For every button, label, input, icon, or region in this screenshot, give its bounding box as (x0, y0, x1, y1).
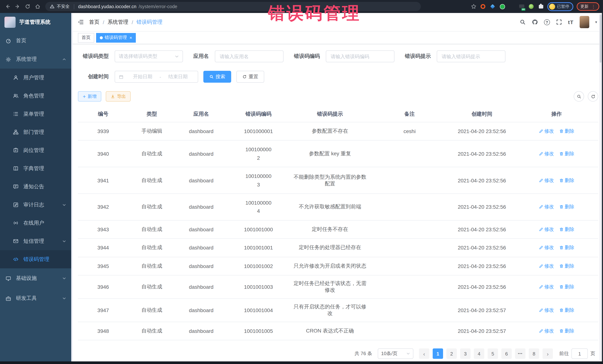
browser-update-button[interactable]: 更新 ⋮ (577, 2, 599, 11)
delete-link[interactable]: 删除 (559, 204, 574, 210)
show-search-button[interactable] (574, 91, 584, 101)
edit-link[interactable]: 修改 (539, 151, 554, 157)
sidebar-item-dev-tools[interactable]: 研发工具 (0, 288, 71, 309)
cell-remark (370, 194, 449, 220)
extension-ubuntu-icon[interactable] (480, 3, 486, 10)
forward-icon[interactable] (14, 3, 21, 10)
back-icon[interactable] (4, 3, 11, 10)
add-button[interactable]: + 新增 (78, 91, 101, 101)
sidebar-item-dicts[interactable]: 字典管理 (0, 159, 71, 177)
edit-link[interactable]: 修改 (539, 328, 554, 334)
browser-profile-badge[interactable]: 已暂停 (547, 2, 573, 11)
error-type-select[interactable]: 请选择错误码类型 (115, 50, 183, 62)
edit-link[interactable]: 修改 (539, 244, 554, 251)
edit-link[interactable]: 修改 (539, 307, 554, 314)
user-avatar[interactable] (580, 16, 589, 28)
app-logo-row[interactable]: 芋道管理系统 (0, 13, 71, 32)
sidebar-item-error-codes[interactable]: 错误码管理 (0, 250, 71, 268)
app-name-input[interactable] (215, 50, 283, 62)
page-more-button[interactable]: ••• (515, 349, 525, 359)
sidebar-item-system[interactable]: 系统管理 (0, 50, 71, 69)
edit-link[interactable]: 修改 (539, 226, 554, 233)
reset-button[interactable]: 重置 (236, 71, 264, 83)
sidebar-item-label: 首页 (16, 37, 26, 44)
edit-link[interactable]: 修改 (539, 128, 554, 134)
delete-link[interactable]: 删除 (559, 177, 574, 184)
sidebar-item-home[interactable]: 首页 (0, 32, 71, 50)
sidebar-item-audit-log[interactable]: 审计日志 (0, 196, 71, 214)
cell-type: 自动生成 (128, 141, 175, 167)
breadcrumb-system[interactable]: 系统管理 (108, 19, 128, 25)
sidebar-item-menus[interactable]: 菜单管理 (0, 105, 71, 123)
kebab-menu-icon[interactable]: ⋮ (591, 4, 596, 9)
tab-home[interactable]: 首页 (78, 33, 94, 43)
sidebar-item-roles[interactable]: 角色管理 (0, 87, 71, 105)
sidebar-item-online-users[interactable]: 在线用户 (0, 214, 71, 232)
home-icon[interactable] (34, 3, 41, 10)
cell-remark (370, 239, 449, 257)
edit-link[interactable]: 修改 (539, 204, 554, 210)
error-code-input[interactable] (326, 50, 394, 62)
extensions-puzzle-icon[interactable] (538, 3, 544, 10)
sidebar-item-users[interactable]: 用户管理 (0, 69, 71, 87)
goto-page-input[interactable] (571, 349, 588, 359)
cell-actions: 修改 删除 (515, 257, 598, 275)
extension-green-icon[interactable] (499, 3, 505, 10)
date-range-picker[interactable]: 开始日期 - 结束日期 (115, 71, 198, 83)
font-size-icon[interactable]: tT (568, 19, 574, 25)
next-page-button[interactable]: › (543, 349, 553, 359)
extension-grid-icon[interactable] (509, 3, 515, 10)
delete-link[interactable]: 删除 (559, 328, 574, 334)
cell-app: dashboard (175, 122, 227, 141)
cell-app: dashboard (175, 275, 227, 298)
delete-link[interactable]: 删除 (559, 226, 574, 233)
page-button-5[interactable]: 5 (487, 349, 498, 359)
address-bar[interactable]: 不安全 dashboard.yudao.iocoder.cn /system/e… (45, 2, 421, 11)
delete-link[interactable]: 删除 (559, 263, 574, 269)
extension-gem-icon[interactable] (489, 3, 496, 10)
sidebar-item-departments[interactable]: 部门管理 (0, 123, 71, 141)
cell-hint: 参数配置不存在 (290, 122, 370, 141)
refresh-button[interactable] (588, 91, 598, 101)
edit-link[interactable]: 修改 (539, 263, 554, 269)
edit-link[interactable]: 修改 (539, 284, 554, 290)
close-icon[interactable]: × (129, 35, 132, 40)
sidebar-item-posts[interactable]: 岗位管理 (0, 141, 71, 159)
extension-sprout-icon[interactable] (528, 3, 534, 10)
export-button[interactable]: 导出 (106, 91, 131, 101)
page-button-6[interactable]: 6 (501, 349, 512, 359)
sidebar-item-sms[interactable]: 短信管理 (0, 232, 71, 250)
bookmark-star-icon[interactable] (471, 4, 476, 9)
hamburger-icon[interactable] (76, 19, 86, 25)
window-scrollbar[interactable] (599, 14, 602, 361)
page-button-1[interactable]: 1 (433, 349, 443, 359)
url-host: dashboard.yudao.iocoder.cn (78, 4, 136, 9)
delete-link[interactable]: 删除 (559, 128, 574, 134)
sidebar-item-infrastructure[interactable]: 基础设施 (0, 268, 71, 288)
extension-dark-icon[interactable]: on (518, 3, 525, 10)
page-button-2[interactable]: 2 (446, 349, 457, 359)
page-button-4[interactable]: 4 (474, 349, 484, 359)
edit-link[interactable]: 修改 (539, 177, 554, 184)
caret-down-icon[interactable]: ▾ (595, 20, 597, 24)
help-icon[interactable]: ? (544, 19, 550, 25)
delete-link[interactable]: 删除 (559, 307, 574, 314)
dashboard-icon (5, 38, 11, 44)
search-button[interactable]: 搜索 (203, 71, 231, 83)
tab-error-codes[interactable]: 错误码管理 × (96, 33, 136, 43)
reload-icon[interactable] (24, 3, 31, 10)
prev-page-button[interactable]: ‹ (419, 349, 429, 359)
delete-link[interactable]: 删除 (559, 244, 574, 251)
page-size-select[interactable]: 10条/页 (378, 349, 413, 359)
page-button-3[interactable]: 3 (460, 349, 471, 359)
breadcrumb-home[interactable]: 首页 (89, 19, 99, 25)
delete-link[interactable]: 删除 (559, 151, 574, 157)
delete-link[interactable]: 删除 (559, 284, 574, 290)
github-icon[interactable] (532, 19, 538, 25)
cell-type: 自动生成 (128, 167, 175, 194)
sidebar-item-notices[interactable]: 通知公告 (0, 177, 71, 196)
fullscreen-icon[interactable] (556, 19, 562, 25)
search-icon[interactable] (520, 19, 526, 25)
page-button-8[interactable]: 8 (529, 349, 539, 359)
error-hint-input[interactable] (437, 50, 505, 62)
